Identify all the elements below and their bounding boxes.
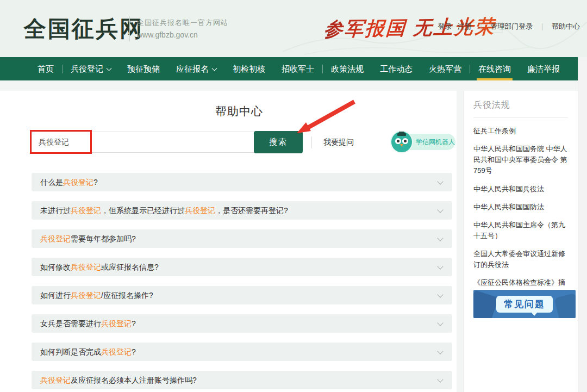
faq-text-segment: ，是否还需要再登记? [215, 206, 288, 215]
top-link[interactable]: 帮助中心 [552, 22, 580, 32]
search-button[interactable]: 搜索 [254, 131, 303, 153]
faq-question-text: 什么是兵役登记? [40, 178, 98, 186]
nav-item[interactable]: 兵役登记 [63, 57, 119, 80]
faq-item[interactable]: 如何判断是否完成兵役登记? [32, 343, 452, 361]
help-center-panel: 帮助中心 搜索 我要提问 学信网机器人 什么是兵役登记?未进行过兵役登记，但系统… [22, 91, 457, 392]
nav-item-label: 廉洁举报 [527, 64, 560, 73]
faq-keyword-highlight: 兵役登记 [40, 376, 71, 384]
nav-item[interactable]: 初检初核 [224, 57, 273, 80]
site-tagline: 全国征兵报名唯一官方网站 [137, 18, 228, 28]
content-gap-column [457, 80, 463, 392]
nav-item[interactable]: 预征预储 [119, 57, 168, 80]
nav-item-active[interactable]: 在线咨询 [470, 57, 519, 80]
faq-text-segment: 需要每年都参加吗? [71, 234, 136, 243]
faq-text-segment: 什么是 [40, 178, 63, 186]
faq-text-segment: 如何修改 [40, 263, 71, 271]
faq-text-segment: 及应征报名必须本人注册账号操作吗? [71, 376, 197, 384]
faq-question-text: 如何进行兵役登记/应征报名操作? [40, 291, 153, 300]
faq-text-segment: 如何判断是否完成 [40, 347, 101, 356]
faq-text-segment: 未进行过 [40, 206, 71, 215]
graduation-cap-icon [397, 133, 406, 136]
nav-item[interactable]: 工作动态 [372, 57, 421, 80]
page-title: 帮助中心 [22, 104, 457, 119]
sidebar-regulation-link[interactable]: 中华人民共和国国防法 [473, 202, 568, 213]
faq-text-segment: 如何进行 [40, 291, 71, 300]
faq-text-segment: ? [132, 319, 136, 328]
banner-silhouette [554, 293, 576, 318]
faq-text-segment: ，但系统显示已经进行过 [101, 206, 185, 215]
sidebar-regulations: 兵役法规 征兵工作条例中华人民共和国国务院 中华人民共和国中央军事委员会令 第7… [463, 91, 578, 392]
nav-item-label: 在线咨询 [478, 64, 511, 73]
faq-text-segment: 女兵是否需要进行 [40, 319, 101, 328]
faq-keyword-highlight: 兵役登记 [63, 178, 93, 186]
site-logo[interactable]: 全国征兵网 [24, 14, 143, 44]
nav-item[interactable]: 应征报名 [168, 57, 224, 80]
faq-item[interactable]: 如何进行兵役登记/应征报名操作? [32, 286, 452, 304]
faq-text-segment: ? [93, 178, 98, 186]
nav-item[interactable]: 首页 [29, 57, 62, 80]
ask-question-link[interactable]: 我要提问 [323, 138, 354, 147]
faq-banner[interactable]: 常见问题 [473, 290, 576, 318]
faq-item[interactable]: 什么是兵役登记? [32, 173, 452, 191]
faq-item[interactable]: 兵役登记需要每年都参加吗? [32, 229, 452, 248]
top-link[interactable]: 登录 [438, 22, 452, 32]
faq-question-text: 兵役登记及应征报名必须本人注册账号操作吗? [40, 376, 197, 384]
annotation-red-box [30, 130, 92, 154]
faq-keyword-highlight: 兵役登记 [40, 234, 71, 243]
owl-eye-left [395, 138, 401, 144]
main-nav: 首页兵役登记预征预储应征报名初检初核招收军士政策法规工作动态火热军营在线咨询廉洁… [0, 57, 578, 80]
chevron-down-icon [437, 207, 443, 213]
faq-item[interactable]: 兵役登记及应征报名必须本人注册账号操作吗? [32, 371, 452, 389]
nav-item-label: 招收军士 [282, 64, 314, 73]
ask-divider [311, 136, 312, 148]
top-link[interactable]: 管理部门登录 [490, 22, 533, 32]
owl-beak [400, 144, 403, 147]
top-link-divider: ｜ [478, 22, 485, 32]
chevron-down-icon [437, 348, 443, 354]
sidebar-regulation-link[interactable]: 中华人民共和国主席令（第九十五号） [473, 220, 568, 241]
chsi-robot-badge[interactable]: 学信网机器人 [390, 130, 455, 153]
nav-item[interactable]: 火热军营 [421, 57, 470, 80]
faq-question-text: 未进行过兵役登记，但系统显示已经进行过兵役登记，是否还需要再登记? [40, 206, 288, 215]
nav-item[interactable]: 政策法规 [323, 57, 372, 80]
site-url: www.gfbzb.gov.cn [137, 30, 198, 39]
faq-banner-bubble: 常见问题 [496, 296, 553, 313]
nav-item-label: 政策法规 [331, 64, 364, 73]
chevron-down-icon [107, 65, 112, 71]
faq-text-segment: 或应征报名信息? [101, 263, 159, 271]
nav-item[interactable]: 廉洁举报 [519, 57, 568, 80]
owl-robot-icon [390, 130, 413, 153]
sidebar-regulation-link[interactable]: 全国人大常委会审议通过新修订的兵役法 [473, 248, 568, 270]
chevron-down-icon [437, 235, 443, 241]
top-link-divider: ｜ [539, 22, 546, 32]
nav-item-label: 初检初核 [233, 64, 265, 73]
nav-item-label: 首页 [38, 64, 54, 73]
faq-question-text: 兵役登记需要每年都参加吗? [40, 234, 136, 243]
nav-item[interactable]: 招收军士 [273, 57, 322, 80]
nav-item-label: 预征预储 [127, 64, 160, 73]
sidebar-regulation-link[interactable]: 中华人民共和国兵役法 [473, 184, 568, 195]
top-links: 登录注册｜管理部门登录｜帮助中心 [435, 22, 583, 32]
sidebar-regulation-link[interactable]: 中华人民共和国国务院 中华人民共和国中央军事委员会令 第759号 [473, 144, 568, 176]
top-link[interactable]: 注册 [458, 22, 472, 32]
owl-eye-right [402, 138, 408, 144]
nav-item-label: 工作动态 [380, 64, 413, 73]
faq-question-text: 如何判断是否完成兵役登记? [40, 347, 136, 356]
chevron-down-icon [212, 65, 217, 71]
faq-keyword-highlight: 兵役登记 [185, 206, 215, 215]
chevron-down-icon [437, 376, 443, 382]
faq-keyword-highlight: 兵役登记 [71, 206, 101, 215]
chevron-down-icon [437, 178, 443, 184]
page: 全国征兵网 全国征兵报名唯一官方网站 www.gfbzb.gov.cn 参军报国… [0, 0, 587, 392]
faq-item[interactable]: 如何修改兵役登记或应征报名信息? [32, 258, 452, 276]
sidebar-regulation-link[interactable]: 征兵工作条例 [473, 126, 568, 136]
chevron-down-icon [437, 263, 443, 269]
site-header: 全国征兵网 全国征兵报名唯一官方网站 www.gfbzb.gov.cn 参军报国… [0, 0, 587, 57]
scrollbar-gutter[interactable] [578, 57, 587, 392]
sidebar-links: 征兵工作条例中华人民共和国国务院 中华人民共和国中央军事委员会令 第759号中华… [464, 118, 578, 318]
nav-item-label: 火热军营 [429, 64, 461, 73]
faq-item[interactable]: 未进行过兵役登记，但系统显示已经进行过兵役登记，是否还需要再登记? [32, 201, 452, 220]
faq-text-segment: /应征报名操作? [101, 291, 153, 300]
faq-keyword-highlight: 兵役登记 [101, 319, 132, 328]
faq-item[interactable]: 女兵是否需要进行兵役登记? [32, 314, 452, 333]
